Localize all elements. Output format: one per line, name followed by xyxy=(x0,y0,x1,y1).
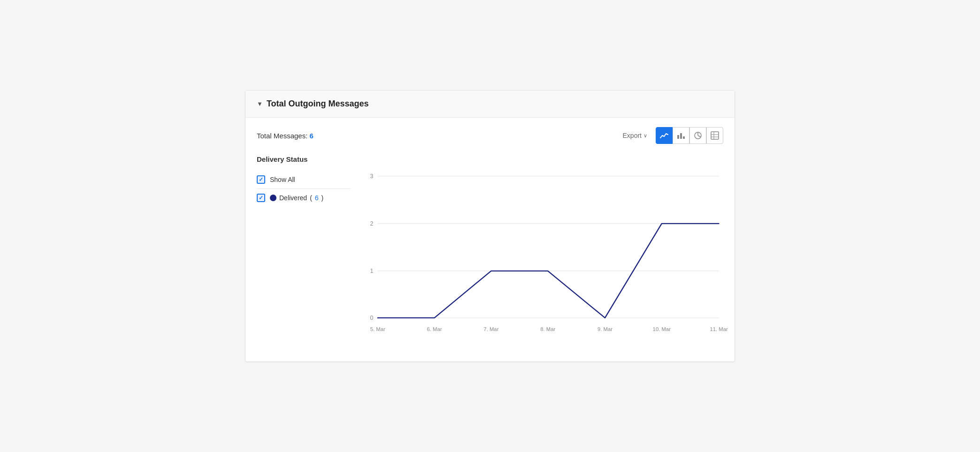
delivery-status-title: Delivery Status xyxy=(257,155,351,163)
svg-text:6. Mar: 6. Mar xyxy=(427,326,442,332)
svg-text:9. Mar: 9. Mar xyxy=(597,326,612,332)
delivered-checkbox[interactable]: ✓ xyxy=(257,194,265,202)
filter-item-delivered: ✓ Delivered (6) xyxy=(257,189,351,207)
svg-text:0: 0 xyxy=(370,315,373,321)
svg-line-5 xyxy=(698,136,701,137)
show-all-label: Show All xyxy=(270,176,295,183)
pie-chart-button[interactable] xyxy=(689,127,706,144)
bar-chart-button[interactable] xyxy=(673,127,689,144)
line-chart-svg: 3 2 1 0 5. Mar 6. Mar 7. Mar 8. Mar 9. M… xyxy=(360,155,723,352)
svg-text:2: 2 xyxy=(370,220,373,227)
svg-text:5. Mar: 5. Mar xyxy=(370,326,385,332)
data-line xyxy=(378,224,719,318)
total-messages-label: Total Messages: xyxy=(257,132,307,140)
pie-chart-icon xyxy=(694,131,702,140)
line-chart-button[interactable] xyxy=(656,127,673,144)
line-chart-icon xyxy=(660,131,668,140)
sidebar: Delivery Status ✓ Show All ✓ Delivered xyxy=(257,155,360,352)
card-header: ▼ Total Outgoing Messages xyxy=(245,90,735,118)
card-title: Total Outgoing Messages xyxy=(267,99,369,109)
main-card: ▼ Total Outgoing Messages Total Messages… xyxy=(245,90,735,362)
svg-text:11. Mar: 11. Mar xyxy=(710,326,728,332)
export-button[interactable]: Export ∨ xyxy=(618,129,652,142)
total-messages-count: 6 xyxy=(310,132,314,140)
svg-rect-2 xyxy=(683,136,685,139)
total-messages: Total Messages: 6 xyxy=(257,132,314,140)
table-view-button[interactable] xyxy=(706,127,723,144)
collapse-icon[interactable]: ▼ xyxy=(257,100,263,107)
svg-text:10. Mar: 10. Mar xyxy=(653,326,671,332)
show-all-checkbox[interactable]: ✓ xyxy=(257,175,265,184)
svg-text:7. Mar: 7. Mar xyxy=(483,326,498,332)
delivered-count: 6 xyxy=(315,194,319,202)
delivered-label: Delivered (6) xyxy=(270,194,323,202)
toolbar-right: Export ∨ xyxy=(618,127,723,144)
chart-svg-container: 3 2 1 0 5. Mar 6. Mar 7. Mar 8. Mar 9. M… xyxy=(360,155,723,352)
svg-text:3: 3 xyxy=(370,173,373,180)
svg-rect-1 xyxy=(680,133,682,139)
export-label: Export xyxy=(623,132,642,139)
filter-item-show-all: ✓ Show All xyxy=(257,171,351,189)
svg-rect-0 xyxy=(677,135,679,139)
checkmark-icon: ✓ xyxy=(259,176,263,183)
chart-area: 3 2 1 0 5. Mar 6. Mar 7. Mar 8. Mar 9. M… xyxy=(360,155,723,352)
svg-rect-6 xyxy=(711,132,719,139)
delivered-dot-icon xyxy=(270,195,276,201)
svg-text:8. Mar: 8. Mar xyxy=(540,326,555,332)
card-body: Total Messages: 6 Export ∨ xyxy=(245,118,735,362)
table-view-icon xyxy=(711,131,719,140)
toolbar: Total Messages: 6 Export ∨ xyxy=(257,127,723,144)
svg-text:1: 1 xyxy=(370,268,373,274)
delivered-label-text: Delivered xyxy=(279,194,307,202)
main-content: Delivery Status ✓ Show All ✓ Delivered xyxy=(257,155,723,352)
view-buttons-group xyxy=(656,127,723,144)
bar-chart-icon xyxy=(677,131,685,140)
export-chevron-icon: ∨ xyxy=(643,133,647,139)
checkmark-icon: ✓ xyxy=(259,195,263,201)
